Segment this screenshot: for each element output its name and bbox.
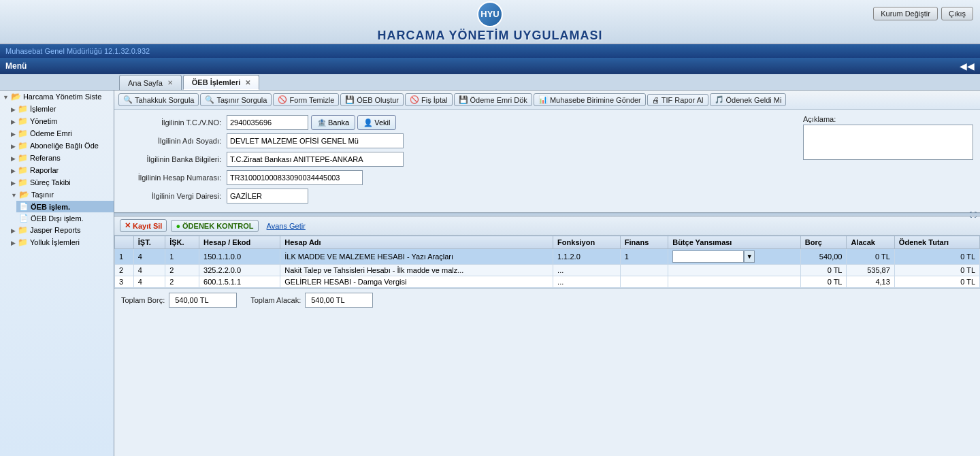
tab-ana-sayfa-close[interactable]: ✕	[167, 79, 173, 86]
table-row[interactable]: 141150.1.1.0.0İLK MADDE VE MALZEME HESAB…	[115, 249, 980, 265]
form-temizle-label: Form Temizle	[289, 96, 334, 104]
vergi-dairesi-label: İlgilinin Vergi Dairesi:	[121, 192, 227, 200]
table-cell: 150.1.1.0.0	[199, 249, 280, 265]
menu-title: Menü	[5, 61, 960, 71]
folder-icon-odeme	[18, 129, 28, 138]
vekil-icon: 👤	[363, 118, 373, 127]
folder-icon-jasper	[18, 225, 28, 235]
top-right-buttons: Kurum Değiştir Çıkış	[873, 7, 973, 20]
table-cell: 0 TL	[800, 276, 847, 288]
hesap-no-label: İlgilinin Hesap Numarası:	[121, 174, 227, 182]
sidebar-item-referans[interactable]: Referans	[8, 152, 114, 164]
table-cell: ...	[553, 276, 621, 288]
tab-oeb-islemleri-close[interactable]: ✕	[245, 79, 250, 86]
tif-icon: 🖨	[652, 96, 659, 104]
sidebar-item-odeme-emri[interactable]: Ödeme Emri	[8, 127, 114, 140]
toplam-borc-value: 540,00 TL	[169, 293, 237, 308]
fis-icon: 🚫	[410, 95, 419, 104]
arrow-right-icon	[11, 105, 16, 113]
avans-getir-label: Avans Getir	[267, 222, 306, 230]
sidebar-item-harcama[interactable]: Harcama Yönetim Siste	[0, 91, 114, 103]
table-cell[interactable]	[668, 265, 801, 276]
green-circle-icon	[176, 222, 180, 230]
sidebar-item-abonelik-label: Aboneliğe Bağlı Öde	[30, 142, 99, 150]
tif-rapor-al-button[interactable]: 🖨 TIF Rapor Al	[647, 94, 708, 106]
truck-icon: 🔍	[205, 95, 214, 104]
folder-icon-yolluk	[18, 238, 28, 247]
arrow-right-icon2	[11, 117, 16, 125]
col-odenek: Ödenek Tutarı	[894, 236, 979, 249]
sidebar-item-yonetim[interactable]: Yönetim	[8, 115, 114, 127]
table-cell: 535,87	[847, 265, 894, 276]
ad-input[interactable]	[227, 133, 404, 148]
table-cell: 0 TL	[894, 276, 979, 288]
table-cell[interactable]	[668, 276, 801, 288]
odeme-emri-dok-button[interactable]: 💾 Ödeme Emri Dök	[454, 93, 532, 106]
arrow-right-icon5	[11, 154, 16, 162]
sidebar-item-yolluk[interactable]: Yolluk İşlemleri	[8, 236, 114, 248]
muhase-icon: 📊	[538, 95, 548, 104]
col-finans: Finans	[620, 236, 668, 249]
form-area: İlgilinin T.C./V.NO: 🏦 Banka 👤 Vekil	[114, 110, 980, 212]
table-cell: 0 TL	[894, 249, 979, 265]
sidebar-item-oeb-islem[interactable]: ÖEB işlem.	[16, 201, 114, 212]
odenek-kontrol-label: ÖDENEK KONTROL	[182, 222, 254, 230]
vergi-dairesi-input[interactable]	[227, 189, 308, 203]
sidebar-item-islemler-label: İşlemler	[30, 105, 56, 113]
sidebar-item-tasinir[interactable]: Taşınır	[8, 189, 114, 201]
table-cell: 0 TL	[800, 265, 847, 276]
kurum-degistir-button[interactable]: Kurum Değiştir	[873, 7, 938, 20]
logo-text: HYU	[480, 9, 499, 19]
aciklama-textarea[interactable]	[803, 125, 973, 160]
oeb-olustur-button[interactable]: 💾 ÖEB Oluştur	[340, 93, 404, 106]
tasinir-sorgula-button[interactable]: 🔍 Taşınır Sorgula	[200, 93, 272, 106]
sidebar-item-abonelik[interactable]: Aboneliğe Bağlı Öde	[8, 140, 114, 152]
hesap-no-input[interactable]	[227, 170, 363, 185]
avans-getir-button[interactable]: Avans Getir	[263, 221, 310, 231]
sidebar-item-oeb-disi[interactable]: ÖEB Dışı işlem.	[16, 212, 114, 224]
sidebar-item-islemler[interactable]: İşlemler	[8, 103, 114, 115]
kayit-sil-button[interactable]: ✕ Kayıt Sil	[120, 219, 167, 232]
table-row[interactable]: 242325.2.2.0.0Nakit Talep ve Tahsisleri …	[115, 265, 980, 276]
tc-input[interactable]	[227, 115, 308, 130]
sidebar-item-surec[interactable]: Süreç Takibi	[8, 176, 114, 189]
table-row[interactable]: 342600.1.5.1.1GELİRLER HESABI - Damga Ve…	[115, 276, 980, 288]
table-cell: 325.2.2.0.0	[199, 265, 280, 276]
banka-label: Banka	[328, 118, 349, 127]
menu-collapse-button[interactable]: ◀◀	[960, 61, 975, 71]
col-isk: İŞK.	[165, 236, 199, 249]
odenek-geldi-mi-button[interactable]: 🎵 Ödenek Geldi Mi	[710, 93, 787, 106]
folder-open-icon2	[19, 190, 29, 199]
butce-dropdown-btn[interactable]: ▼	[744, 250, 755, 263]
odenek-kontrol-button[interactable]: ÖDENEK KONTROL	[171, 220, 258, 232]
expand-icon[interactable]: ⛶	[970, 211, 977, 218]
tasinir-sorgula-label: Taşınır Sorgula	[216, 96, 267, 104]
table-cell[interactable]: ▼	[668, 249, 801, 265]
tahakkuk-sorgula-label: Tahakkuk Sorgula	[135, 96, 194, 104]
form-temizle-button[interactable]: 🚫 Form Temizle	[273, 93, 339, 106]
tab-oeb-islemleri[interactable]: ÖEB İşlemleri ✕	[183, 75, 260, 90]
fis-iptal-button[interactable]: 🚫 Fiş İptal	[405, 93, 453, 106]
tab-ana-sayfa[interactable]: Ana Sayfa ✕	[119, 75, 182, 90]
sidebar-item-surec-label: Süreç Takibi	[30, 178, 71, 186]
sidebar-item-raporlar[interactable]: Raporlar	[8, 164, 114, 176]
banka-button[interactable]: 🏦 Banka	[311, 115, 355, 130]
vekil-button[interactable]: 👤 Vekil	[357, 115, 396, 130]
sidebar-item-jasper[interactable]: Jasper Reports	[8, 224, 114, 236]
tahakkuk-sorgula-button[interactable]: 🔍 Tahakkuk Sorgula	[118, 93, 199, 106]
banka-bilgi-input[interactable]	[227, 152, 404, 167]
odeme-icon: 💾	[459, 95, 468, 104]
app-logo: HYU HARCAMA YÖNETİM UYGULAMASI	[378, 1, 603, 43]
folder-open-icon	[11, 92, 21, 101]
muhasebe-birime-gonder-button[interactable]: 📊 Muhasebe Birimine Gönder	[534, 93, 646, 106]
col-butce: Bütçe Yansıması	[668, 236, 801, 249]
folder-icon-yonetim	[18, 116, 28, 126]
tab-ana-sayfa-label: Ana Sayfa	[128, 79, 163, 87]
table-header-row: İŞT. İŞK. Hesap / Ekod Hesap Adı Fonksiy…	[115, 236, 980, 249]
butce-select-input[interactable]	[672, 250, 744, 263]
sidebar-item-harcama-label: Harcama Yönetim Siste	[23, 93, 101, 101]
odeme-emri-dok-label: Ödeme Emri Dök	[470, 96, 527, 104]
col-fonksiyon: Fonksiyon	[553, 236, 621, 249]
top-bar: HYU HARCAMA YÖNETİM UYGULAMASI Kurum Değ…	[0, 0, 980, 44]
cikis-button[interactable]: Çıkış	[941, 7, 973, 20]
